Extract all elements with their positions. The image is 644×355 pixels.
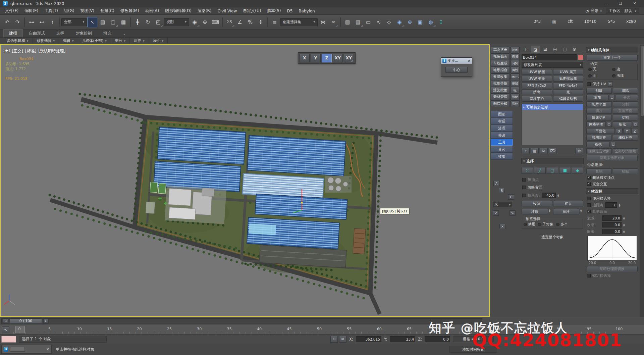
reset-plane-button[interactable]: 重置平面 <box>613 108 638 114</box>
slice-button[interactable]: 切片 <box>586 108 612 114</box>
toolbar-text-button[interactable]: 10*10 <box>584 19 597 25</box>
msmooth-button[interactable]: 网格平滑 <box>586 121 606 127</box>
modifier-stack[interactable]: ▸ 可编辑多边形 <box>522 104 583 145</box>
ribbon-group[interactable]: 编辑 ▾ <box>59 38 78 44</box>
full-interactivity-checkbox[interactable] <box>587 182 591 186</box>
prev-arrow-button[interactable]: < <box>493 210 499 216</box>
plugin-button[interactable]: 装配 <box>511 94 520 100</box>
by-vertex-checkbox[interactable] <box>522 178 526 182</box>
select-and-move-icon[interactable]: ╋ <box>132 17 143 27</box>
toolbar-text-button[interactable]: cft <box>568 19 573 25</box>
pinch-field[interactable]: 0.0 <box>602 222 622 227</box>
axis-constraint-button[interactable]: Z <box>322 54 332 62</box>
view-align-button[interactable]: 视图对齐 <box>586 135 612 141</box>
ribbon-group[interactable]: 几何体(全部) ▾ <box>78 38 111 44</box>
element-icon[interactable]: ◆ <box>572 167 583 174</box>
viewport-label-item[interactable]: [默认明暗处理] <box>38 48 65 54</box>
extra-a-button[interactable]: A <box>493 181 499 186</box>
menu-item[interactable]: 组(G) <box>61 7 77 14</box>
show-end-result-icon[interactable]: ▦ <box>531 148 539 154</box>
repeat-last-button[interactable]: 重复上一个 <box>587 55 638 61</box>
select-and-link-icon[interactable]: ⊶ <box>26 17 37 27</box>
soft-selection-rollout-header[interactable]: ▾软选择 <box>586 188 638 194</box>
unhide-all-button[interactable]: 全部取消隐藏 <box>613 148 638 154</box>
dialog-close-icon[interactable]: ✕ <box>468 59 471 63</box>
plugin-category-button[interactable]: 其它 <box>491 146 513 153</box>
modifier-button[interactable]: UVW 变换 <box>522 76 552 82</box>
plugin-button[interactable]: 素材管理 <box>491 94 510 100</box>
toolbar-text-button[interactable]: 5*5 <box>608 19 615 25</box>
object-name-field[interactable]: Box034 <box>522 54 577 60</box>
edit-named-selection-icon[interactable]: ≡ <box>270 17 280 27</box>
next-arrow-button[interactable]: > <box>509 210 516 216</box>
modifier-button[interactable]: FFD 4x4x4 <box>553 83 584 88</box>
falloff-spinner[interactable] <box>623 216 626 220</box>
hide-selected-button[interactable]: 隐藏选定对象 <box>586 148 612 154</box>
relax-settings-icon[interactable]: □ <box>611 142 616 147</box>
tab-display[interactable]: ▢ <box>560 46 569 53</box>
named-selection-combo[interactable]: 创建选择集 ▾ <box>280 18 318 26</box>
ribbon-tab[interactable]: 填充 <box>98 30 117 37</box>
cut-button[interactable]: 切割 <box>613 115 638 120</box>
x-coordinate-field[interactable]: 362.615 <box>356 336 381 342</box>
maximize-button[interactable]: ❐ <box>614 0 627 7</box>
remove-modifier-icon[interactable]: ⌦ <box>549 148 557 154</box>
edge-distance-spinner[interactable] <box>619 203 622 207</box>
planar-z-button[interactable]: Z <box>631 128 638 134</box>
bubble-spinner[interactable] <box>623 230 626 233</box>
menu-item[interactable]: 自定义(U) <box>240 7 264 14</box>
stack-item-editable-poly[interactable]: ▸ 可编辑多边形 <box>522 104 583 110</box>
mini-curve-editor-button[interactable]: ∿ <box>2 326 9 333</box>
axis-constraint-button[interactable]: XY <box>333 54 343 62</box>
viewport[interactable]: [+][正交][标准][默认明暗处理] Box034 多边形: 1,695 顶点… <box>0 44 490 317</box>
modifier-button[interactable]: 壳 <box>553 89 584 95</box>
viewport-label-item[interactable]: [正交] <box>12 48 23 54</box>
plugin-button[interactable]: 车线生成 <box>491 60 510 67</box>
preserve-uv-checkbox[interactable] <box>587 82 591 86</box>
workspace-combo[interactable]: 工作区: 默认 ▾ <box>606 8 639 14</box>
attach-button[interactable]: 附加 <box>586 95 609 100</box>
ribbon-tab[interactable]: 建模 <box>3 29 23 37</box>
copy-named-selection-button[interactable]: 复制 <box>586 168 612 174</box>
object-color-swatch[interactable] <box>578 55 583 60</box>
minimize-button[interactable]: — <box>600 0 613 7</box>
toolbar-separator[interactable] <box>222 17 223 27</box>
configure-modifier-sets-icon[interactable]: ⊛ <box>575 148 583 154</box>
ribbon-group[interactable]: 修改选择 ▾ <box>33 38 59 44</box>
modifier-button[interactable]: 挤出 <box>522 89 552 95</box>
ribbon-group[interactable]: 对齐 ▾ <box>130 38 149 44</box>
make-planar-button[interactable]: 平面化 <box>586 128 615 134</box>
undo-icon[interactable]: ↶ <box>2 17 12 27</box>
angle-snap-icon[interactable]: ∠ <box>235 17 245 27</box>
plugin-button[interactable]: HPI <box>511 60 520 67</box>
plugin-button[interactable]: 视角截面 <box>491 53 510 60</box>
extra-b-button[interactable]: B <box>499 188 505 193</box>
polygon-icon[interactable]: ■ <box>559 167 571 174</box>
tab-hierarchy[interactable]: ⊞ <box>541 46 550 53</box>
border-icon[interactable]: ▢ <box>547 167 558 174</box>
tessellate-button[interactable]: 细化 <box>613 121 632 127</box>
delete-isolated-vertices-checkbox[interactable] <box>587 176 591 180</box>
loop-spinner[interactable] <box>580 209 583 214</box>
ignore-backfacing-checkbox[interactable] <box>522 186 526 189</box>
plugin-button[interactable]: 资源收集 <box>491 73 510 80</box>
export-icon[interactable]: ↧ <box>436 17 446 27</box>
select-and-manipulate-icon[interactable]: ⊕ <box>200 17 210 27</box>
menu-item[interactable]: Babylon <box>296 7 318 14</box>
ribbon-collapse-icon[interactable]: ▴ <box>121 31 128 37</box>
spinner-snap-icon[interactable]: ↕ <box>256 17 266 27</box>
tessellate-settings-icon[interactable]: □ <box>633 122 638 127</box>
axis-constraint-button[interactable]: XY <box>344 54 354 62</box>
quickslice-button[interactable]: 快速切片 <box>586 115 612 120</box>
constraint-radio[interactable]: 边 <box>612 67 636 72</box>
panel-scrollbar-thumb[interactable] <box>641 46 644 116</box>
constraint-radio[interactable]: 无 <box>588 67 612 72</box>
toolbar-separator[interactable] <box>59 17 60 27</box>
layer-manager-icon[interactable]: ▤ ◿ <box>353 17 363 27</box>
plugin-category-button[interactable]: 材质 <box>491 118 513 124</box>
select-and-scale-icon[interactable]: ◰ ◿ <box>153 17 163 27</box>
modifier-button[interactable]: 贴图缩放器 <box>553 76 584 82</box>
unlink-selection-icon[interactable]: ⊷ <box>37 17 47 27</box>
falloff-field[interactable]: 20.0 <box>602 215 622 221</box>
planar-y-button[interactable]: Y <box>624 128 630 134</box>
